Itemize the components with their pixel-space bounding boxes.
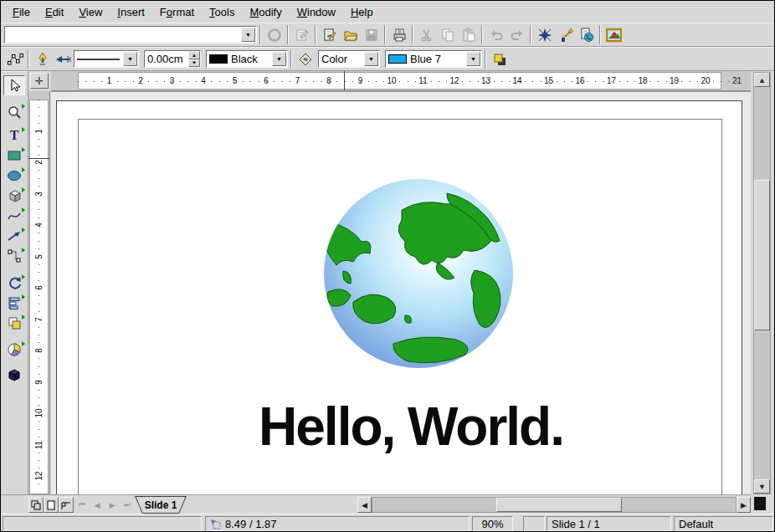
menu-item[interactable]: View — [71, 3, 110, 21]
hscroll-right-arrow[interactable]: ▶ — [737, 497, 751, 513]
vruler-number: 11 — [28, 413, 49, 445]
globe-image[interactable] — [321, 176, 516, 371]
controller3d-icon[interactable] — [3, 365, 25, 385]
rectangle-icon[interactable] — [3, 146, 25, 166]
hruler-number: 7 — [266, 71, 298, 90]
stop-icon[interactable] — [264, 25, 285, 45]
next-slide-icon[interactable]: ▶ — [105, 497, 120, 513]
redo-icon[interactable] — [506, 25, 527, 45]
edit-points-icon[interactable] — [4, 49, 25, 69]
cut-icon[interactable] — [416, 25, 437, 45]
line-arrow-icon[interactable] — [3, 226, 25, 246]
horizontal-scrollbar[interactable] — [372, 497, 737, 513]
hscroll-left-arrow[interactable]: ◀ — [357, 497, 372, 513]
chevron-down-icon[interactable]: ▼ — [272, 52, 286, 66]
vscroll-thumb[interactable] — [754, 180, 770, 330]
spin-down-icon[interactable]: ▼ — [188, 59, 200, 68]
menu-item[interactable]: Edit — [38, 3, 71, 21]
text-icon[interactable]: T — [3, 125, 25, 146]
line-width-value[interactable]: 0.00cm — [145, 51, 188, 67]
prev-slide-icon[interactable]: ◀ — [90, 497, 105, 513]
fill-color-select[interactable]: Blue 7 ▼ — [385, 50, 482, 68]
first-slide-icon[interactable]: ⏮ — [74, 497, 90, 513]
object3d-icon[interactable] — [3, 186, 25, 206]
chevron-down-icon[interactable]: ▼ — [364, 52, 378, 66]
url-combobox[interactable]: ▼ — [4, 26, 257, 43]
menu-item[interactable]: Format — [152, 3, 202, 21]
autopilot-icon[interactable] — [555, 25, 576, 45]
edit-file-icon[interactable] — [291, 25, 312, 45]
select-icon[interactable] — [3, 75, 25, 95]
slide-number-panel: Slide 1 / 1 — [547, 516, 671, 531]
master-view-icon[interactable] — [44, 497, 59, 513]
shadow-icon[interactable] — [489, 49, 510, 69]
status-message-panel — [3, 516, 202, 531]
hruler-number: 6 — [235, 71, 267, 90]
line-color-select[interactable]: Black ▼ — [206, 50, 288, 68]
hscroll-thumb[interactable] — [496, 498, 622, 512]
save-icon[interactable] — [361, 25, 382, 45]
navigator-icon[interactable] — [534, 25, 555, 45]
tab-slide-1[interactable]: Slide 1 — [135, 496, 187, 514]
drawing-canvas[interactable]: Hello, World. — [51, 91, 751, 494]
new-icon[interactable] — [319, 25, 340, 45]
vertical-scrollbar[interactable]: ▲ ▼ — [753, 72, 771, 494]
alignment-icon[interactable] — [3, 293, 25, 313]
ellipse-icon[interactable] — [3, 166, 25, 186]
vscroll-down-arrow[interactable]: ▼ — [754, 479, 770, 494]
slide-page[interactable]: Hello, World. — [56, 100, 742, 494]
menu-item[interactable]: Modify — [242, 3, 289, 21]
line-style-preview — [74, 51, 122, 67]
zoom-icon[interactable] — [3, 102, 25, 122]
copy-icon[interactable] — [437, 25, 458, 45]
hruler-number: 2 — [110, 71, 141, 90]
hruler-number: 1 — [78, 71, 110, 90]
fill-type-select[interactable]: Color ▼ — [318, 50, 380, 68]
effects-icon[interactable] — [3, 340, 25, 360]
rotate-icon[interactable] — [3, 273, 25, 293]
hruler-number: 5 — [203, 71, 235, 90]
undo-icon[interactable] — [485, 25, 506, 45]
line-width-spinner[interactable]: 0.00cm ▲▼ — [144, 50, 201, 68]
menu-item[interactable]: Insert — [110, 3, 152, 21]
hyperlink-icon[interactable] — [576, 25, 597, 45]
vruler-number: 9 — [28, 350, 49, 382]
pen-icon[interactable] — [32, 49, 53, 69]
connector-icon[interactable] — [3, 246, 25, 266]
chevron-down-icon[interactable]: ▼ — [123, 52, 137, 66]
fill-color-swatch — [388, 54, 407, 64]
curve-icon[interactable] — [3, 206, 25, 226]
vruler-number: 3 — [28, 162, 49, 194]
open-icon[interactable] — [340, 25, 361, 45]
vruler-cursor-marker — [28, 158, 49, 159]
layer-view-icon[interactable] — [59, 497, 74, 513]
arrow-style-icon[interactable] — [53, 49, 74, 69]
url-field[interactable] — [5, 27, 240, 43]
chevron-down-icon[interactable]: ▼ — [466, 52, 480, 66]
menu-item[interactable]: Tools — [202, 3, 242, 21]
paste-icon[interactable] — [458, 25, 479, 45]
main-toolbox: T — [1, 71, 28, 494]
print-icon[interactable] — [388, 25, 409, 45]
slide-view-icon[interactable] — [28, 497, 44, 513]
window-resize-grip[interactable] — [752, 495, 772, 514]
vruler-number: 4 — [28, 194, 49, 226]
vruler-number: 10 — [28, 382, 49, 414]
arrange-icon[interactable] — [3, 313, 25, 333]
fill-type-label: Color — [319, 51, 363, 67]
vruler-number: 1 — [28, 100, 49, 131]
area-icon[interactable] — [295, 49, 316, 69]
slide-title-text[interactable]: Hello, World. — [57, 396, 742, 458]
vscroll-up-arrow[interactable]: ▲ — [754, 73, 770, 87]
last-slide-icon[interactable]: ⏭ — [120, 497, 135, 513]
ruler-origin-button[interactable]: ✛ — [30, 73, 49, 89]
menu-item[interactable]: Help — [343, 3, 381, 21]
spin-up-icon[interactable]: ▲ — [188, 51, 200, 59]
line-style-select[interactable]: ▼ — [74, 50, 139, 68]
chevron-down-icon[interactable]: ▼ — [241, 28, 255, 42]
status-bar: 8.49 / 1.87 90% Slide 1 / 1 Default — [1, 514, 774, 532]
menu-item[interactable]: Window — [290, 3, 343, 21]
vruler-number: 5 — [28, 225, 49, 257]
menu-item[interactable]: File — [5, 3, 38, 21]
gallery-icon[interactable] — [603, 25, 624, 45]
